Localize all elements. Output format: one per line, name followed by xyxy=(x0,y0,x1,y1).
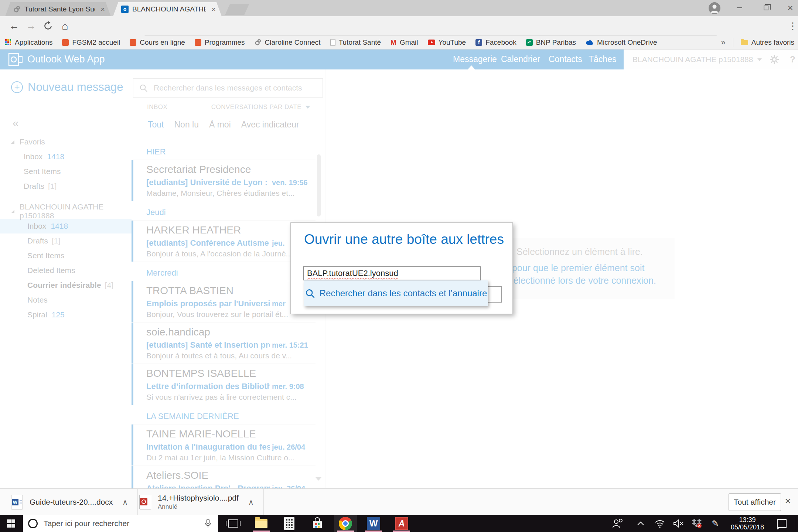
bookmark-claroline-connect[interactable]: Claroline Connect xyxy=(255,38,321,47)
claroline-orange-icon xyxy=(62,39,69,46)
tab-title: Tutorat Santé Lyon Sud - xyxy=(24,5,95,13)
start-button[interactable] xyxy=(0,515,22,532)
microsoft-store-button[interactable] xyxy=(306,515,329,532)
calculator-icon xyxy=(284,517,294,530)
tab-tutorat-sante[interactable]: Tutorat Santé Lyon Sud - × xyxy=(5,2,111,16)
bookmark-youtube[interactable]: YouTube xyxy=(428,38,466,47)
taskbar-clock[interactable]: 13:39 05/05/2018 xyxy=(725,516,770,531)
show-all-downloads-button[interactable]: Tout afficher xyxy=(729,493,781,511)
download-chevron-icon[interactable]: ∧ xyxy=(122,498,128,507)
word-doc-icon: W xyxy=(11,495,23,509)
windows-logo-icon xyxy=(7,519,15,528)
dropbox-error-icon xyxy=(691,518,702,529)
youtube-icon xyxy=(428,40,435,45)
gmail-icon: M xyxy=(391,38,396,47)
forward-icon[interactable]: → xyxy=(24,19,38,33)
claroline-orange-icon xyxy=(130,39,136,46)
running-indicator xyxy=(253,531,270,532)
chrome-taskbar-button[interactable] xyxy=(334,515,357,532)
word-taskbar-button[interactable]: W xyxy=(362,515,385,532)
bookmark-tutorat-sante[interactable]: Tutorat Santé xyxy=(330,38,381,47)
tab-close-icon[interactable]: × xyxy=(99,5,106,14)
window-restore-button[interactable] xyxy=(755,0,777,16)
claroline-orange-icon xyxy=(195,39,201,46)
bookmark-gmail[interactable]: MGmail xyxy=(391,38,418,47)
show-desktop-divider[interactable] xyxy=(795,517,795,530)
pen-tray-button[interactable]: ✎ xyxy=(706,515,724,532)
download-item-pdf[interactable]: 14.+Histophysiolo....pdf Annulé ∧ xyxy=(128,489,264,515)
back-icon[interactable]: ← xyxy=(7,19,21,33)
microsoft-store-icon xyxy=(311,517,323,530)
calculator-button[interactable] xyxy=(278,515,301,532)
word-icon: W xyxy=(367,517,380,530)
windows-taskbar: Taper ici pour rechercher W A xyxy=(0,515,798,532)
bookmarks-right-cluster: » Autres favoris xyxy=(721,35,794,50)
running-indicator xyxy=(365,531,382,532)
chrome-menu-icon[interactable]: ⋮ xyxy=(785,19,798,33)
reload-icon[interactable] xyxy=(41,19,55,33)
file-explorer-button[interactable] xyxy=(250,515,273,532)
wifi-tray-button[interactable] xyxy=(651,515,669,532)
cortana-icon xyxy=(28,519,38,528)
clock-date: 05/05/2018 xyxy=(725,524,770,531)
hidden-icons-button[interactable] xyxy=(632,515,649,532)
page-icon xyxy=(330,39,335,46)
task-view-icon xyxy=(228,519,238,528)
bookmarks-divider xyxy=(733,38,733,47)
close-downloads-bar-icon[interactable]: × xyxy=(785,495,791,507)
bookmark-fgsm2[interactable]: FGSM2 accueil xyxy=(62,38,120,47)
bookmark-cours-en-ligne[interactable]: Cours en ligne xyxy=(130,38,185,47)
action-center-button[interactable] xyxy=(772,515,791,532)
bookmark-bnp-paribas[interactable]: BNP Paribas xyxy=(526,38,576,47)
bookmark-programmes[interactable]: Programmes xyxy=(195,38,245,47)
apps-grid-icon xyxy=(5,39,11,45)
mailbox-name-input[interactable]: BALP.tutoratUE2.lyonsud xyxy=(303,266,481,280)
svg-text:W: W xyxy=(13,499,18,505)
bnp-paribas-icon xyxy=(526,39,533,46)
dropbox-tray-button[interactable] xyxy=(688,515,706,532)
tab-close-icon[interactable]: × xyxy=(210,5,217,14)
taskbar-search-placeholder: Taper ici pour rechercher xyxy=(44,519,204,528)
download-chevron-icon[interactable]: ∧ xyxy=(248,498,254,507)
owa-page: Outlook Web App Messagerie Calendrier Co… xyxy=(0,50,798,488)
tab-strip: Tutorat Santé Lyon Sud - × o BLANCHOUIN … xyxy=(0,0,798,16)
claroline-logo-icon xyxy=(255,39,262,46)
clock-time: 13:39 xyxy=(725,516,770,524)
window-minimize-button[interactable] xyxy=(729,0,750,16)
acrobat-icon: A xyxy=(395,517,408,530)
volume-muted-button[interactable] xyxy=(669,515,687,532)
file-explorer-icon xyxy=(255,519,267,528)
bookmark-applications[interactable]: Applications xyxy=(5,38,52,47)
bookmarks-bar: Applications FGSM2 accueil Cours en lign… xyxy=(0,35,798,50)
taskbar-search-box[interactable]: Taper ici pour rechercher xyxy=(23,515,218,532)
acrobat-taskbar-button[interactable]: A xyxy=(390,515,413,532)
dialog-title: Ouvrir une autre boîte aux lettres xyxy=(304,232,504,247)
new-tab-button[interactable] xyxy=(225,4,249,15)
browser-profile-avatar-icon[interactable] xyxy=(709,2,720,14)
bookmark-facebook[interactable]: fFacebook xyxy=(475,38,516,47)
bookmarks-overflow-icon[interactable]: » xyxy=(721,38,726,47)
tutorat-sante-favicon xyxy=(13,6,21,13)
other-bookmarks-label[interactable]: Autres favoris xyxy=(751,38,794,47)
running-indicator xyxy=(337,531,354,532)
open-mailbox-dialog: Ouvrir une autre boîte aux lettres BALP.… xyxy=(290,222,513,314)
window-close-button[interactable]: × xyxy=(780,0,798,16)
microphone-icon[interactable] xyxy=(204,518,212,529)
task-view-button[interactable] xyxy=(222,515,245,532)
screen: Tutorat Santé Lyon Sud - × o BLANCHOUIN … xyxy=(0,0,798,532)
directory-search-suggestion[interactable]: Rechercher dans les contacts et l’annuai… xyxy=(304,280,488,306)
onedrive-cloud-icon xyxy=(586,40,594,45)
tab-owa[interactable]: o BLANCHOUIN AGATHE p × xyxy=(113,2,222,16)
bookmark-onedrive[interactable]: Microsoft OneDrive xyxy=(586,38,657,47)
people-icon xyxy=(612,519,623,528)
running-indicator xyxy=(393,531,410,532)
wifi-icon xyxy=(654,519,665,528)
people-tray-button[interactable] xyxy=(608,515,627,532)
chevron-up-icon xyxy=(637,521,644,526)
pen-icon: ✎ xyxy=(712,519,719,529)
chrome-icon xyxy=(339,517,352,530)
download-item-docx[interactable]: W Guide-tuteurs-20....docx ∧ xyxy=(0,489,138,515)
home-icon[interactable]: ⌂ xyxy=(58,19,72,33)
outlook-favicon: o xyxy=(121,6,129,13)
other-bookmarks-folder-icon xyxy=(741,40,748,45)
